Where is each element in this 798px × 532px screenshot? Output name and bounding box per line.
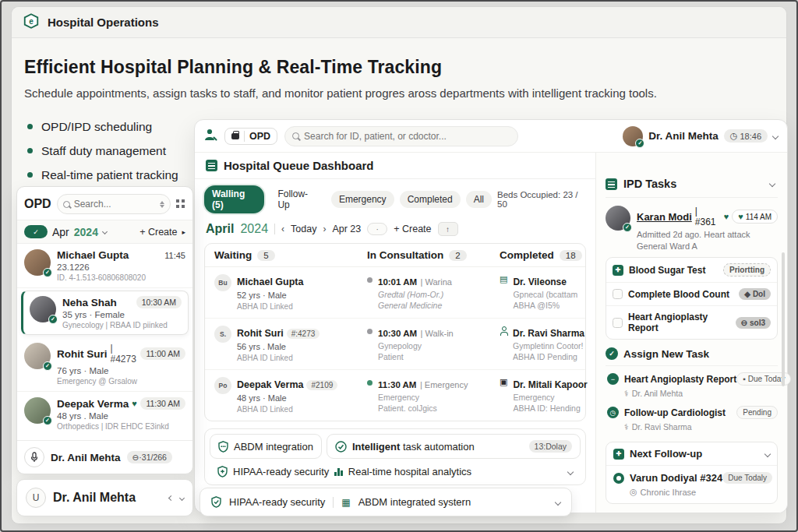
patient-list-item[interactable]: ✓ Michael Gupta 11:45 23.1226 ID. 4-1.51… [17, 244, 192, 288]
opd-search[interactable] [57, 194, 171, 214]
opd-search-input[interactable] [74, 199, 124, 210]
ipd-patient-card[interactable]: ✓ Karan Modi | #361 ♥ ♥114 AM Admitted 2… [606, 198, 778, 257]
patient-list-item-selected[interactable]: ✓ Neha Shah 10:30 AM 35 yrs · Female Gyn… [21, 291, 189, 335]
patient-meta: 23.1226 [57, 262, 185, 272]
check-circle-icon: ✓ [606, 347, 618, 360]
chevron-down-icon[interactable] [555, 499, 561, 505]
patient-avatar: ✓ [606, 206, 630, 231]
tab-emergency[interactable]: Emergency [331, 191, 394, 208]
task-row[interactable]: ✚ Blood Sugar Test Priortting [606, 258, 777, 283]
month-label[interactable]: Apr [52, 226, 69, 238]
triangle-right-icon[interactable]: ▸ [182, 228, 185, 236]
task-automation-chip[interactable]: Intelligent task automation 13:Dolay [327, 434, 581, 459]
doctor-id-status: ABHA ID Pending [513, 352, 584, 361]
chevron-down-icon[interactable] [764, 450, 771, 456]
patient-avatar: ✓ [24, 343, 51, 369]
assign-task-item[interactable]: − Heart Angioplasty Report ▪Due Today ⚕D… [606, 366, 778, 400]
chevron-down-icon[interactable] [102, 229, 108, 234]
patient-name: Neha Shah [62, 297, 117, 308]
ipd-tasks-header[interactable]: IPD Tasks [606, 178, 778, 198]
patient-time: 11:45 [164, 251, 185, 260]
verified-badge-icon: ✓ [623, 223, 632, 232]
column-count: 2 [449, 250, 466, 261]
opd-panel-header: OPD [17, 187, 192, 220]
next-follow-up-header[interactable]: ✚ Next Follow-up [606, 442, 777, 466]
chevron-down-icon[interactable] [567, 468, 574, 474]
assign-task-item[interactable]: ◷ Follow-up Cardiologist Pending ⚕Dr. Ra… [606, 400, 778, 433]
ward-info: General Ward A [637, 241, 778, 251]
add-follow-up-icon[interactable]: ✚ [613, 449, 624, 460]
doctor-name: Dr. Mitali Kapoor [513, 379, 587, 390]
dashboard-search[interactable] [284, 126, 518, 146]
follow-up-item[interactable]: Varun Dodiyal #324 Due Todaly ◎Chronic I… [606, 466, 777, 503]
task-checkbox[interactable] [613, 318, 623, 328]
chevron-down-icon[interactable] [769, 181, 775, 187]
next-day-button[interactable]: › [323, 224, 326, 234]
admission-info: Admitted 2d ago. Heart attack [637, 230, 778, 239]
chip-label: ABDM integration [234, 441, 313, 453]
dashboard-search-input[interactable] [304, 131, 510, 142]
briefcase-icon [231, 133, 239, 139]
doctor-dept: Emergency [513, 393, 587, 402]
opd-panel: OPD ✓ Apr 2024 + Create ▸ ✓ Michael Gupt… [16, 186, 193, 474]
patient-list-item[interactable]: ✓ Deepak Verma♥ 11:30 AM 48 yrs . Male O… [17, 392, 192, 436]
patient-tag: | #4273 [111, 343, 138, 365]
tab-completed[interactable]: Completed [400, 191, 461, 208]
create-button[interactable]: + Create [394, 224, 431, 234]
queue-row[interactable]: Po Deepak Verma#2109 48 yrs · Male ABHA … [205, 370, 585, 421]
patient-list-item[interactable]: ✓ Rohit Suri| #4273 11:00 AM 76 yrs · Ma… [17, 337, 192, 392]
appointment-note: Gredtal (Hom-Or.) [378, 290, 452, 299]
chevron-down-icon[interactable] [179, 495, 185, 500]
app-window: e Hospital Operations Efficient Hospital… [11, 6, 787, 524]
task-row[interactable]: Complete Blood Count ◆Dol [606, 283, 777, 306]
person-outline-icon [500, 326, 507, 336]
patient-meta: 76 yrs · Male [57, 366, 185, 375]
opd-mode-chip[interactable]: OPD [224, 128, 277, 145]
patient-time: 11:30 AM [140, 397, 185, 410]
hipaa-security-label: HIPAA-ready security [233, 466, 329, 477]
today-button[interactable]: Today [291, 224, 316, 234]
create-button[interactable]: + Create [139, 227, 177, 238]
year-label[interactable]: 2024 [74, 226, 98, 238]
chip-label-strong: Intelligent [352, 441, 400, 453]
opd-panel-title: OPD [24, 197, 51, 211]
minus-circle-icon: ⊖ [741, 319, 747, 327]
next-follow-up-title: Next Follow-up [630, 448, 702, 460]
tab-waiting[interactable]: Walling (5) [204, 185, 264, 213]
patient-name: Rohit Suri [237, 328, 284, 339]
queue-row[interactable]: Bu Michael Gupta 52 yrs · Male ABHA ID L… [205, 267, 585, 319]
chevron-left-icon[interactable] [168, 495, 174, 500]
patient-meta: 52 yrs · Male [237, 291, 303, 300]
task-status-badge: ⊖sol3 [736, 317, 771, 329]
patient-meta: 48 yrs · Male [237, 393, 337, 403]
user-footer-card[interactable]: U Dr. Anil Mehta [16, 479, 193, 516]
sort-icon[interactable] [160, 201, 164, 208]
month-check-icon[interactable]: ✓ [24, 225, 48, 238]
appointment-type: | Warina [421, 277, 452, 287]
microphone-icon[interactable] [24, 447, 44, 467]
queue-header-row: Waiting5 In Consultation2 Completed18 [205, 244, 585, 267]
task-label: Blood Sugar Test [629, 265, 705, 276]
send-button[interactable]: ↑ [438, 222, 458, 236]
tab-follow-up[interactable]: Follow-Up [270, 185, 326, 213]
marker-icon: ▪ [743, 375, 746, 383]
user-menu[interactable]: U ✓ Dr. Anil Mehta ◷ 18:46 [623, 126, 778, 146]
task-row[interactable]: Heart Angioplasty Report ⊖sol3 [606, 306, 777, 339]
task-checkbox[interactable] [613, 289, 623, 299]
doctor-name: Dr. Anil Mehta [51, 452, 121, 463]
shield-icon [211, 496, 221, 508]
heart-icon: ♥ [724, 212, 729, 221]
queue-row[interactable]: S. Rohit Suri#:4273 56 yrs . Male ABHA I… [205, 319, 585, 370]
tab-all[interactable]: All [466, 191, 492, 208]
status-dot-icon [367, 380, 373, 386]
add-task-icon[interactable]: ✚ [613, 265, 623, 276]
prev-day-button[interactable]: ‹ [281, 224, 284, 234]
scrollbar[interactable] [782, 252, 785, 386]
chevron-down-icon[interactable] [772, 132, 779, 139]
patient-name[interactable]: Karan Modi [637, 211, 692, 223]
expand-grid-icon[interactable] [176, 199, 185, 209]
task-label: Complete Blood Count [628, 289, 729, 300]
doctor-row[interactable]: Dr. Anil Mehta ⊖·31/266 [17, 440, 192, 474]
abdm-integration-chip[interactable]: ​ABDM integration [210, 434, 322, 459]
more-options-button[interactable]: · [367, 223, 387, 235]
